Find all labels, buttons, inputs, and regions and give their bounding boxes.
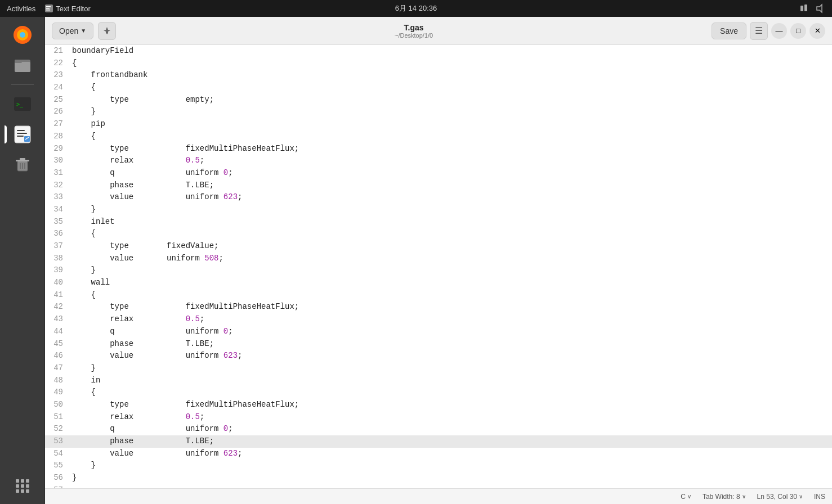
code-line: 42 type fixedMultiPhaseHeatFlux;: [45, 301, 832, 313]
line-number: 44: [45, 326, 72, 338]
app-name-label: Text Editor: [56, 4, 90, 13]
sidebar-app-texteditor[interactable]: [9, 121, 36, 148]
svg-rect-19: [24, 136, 30, 142]
line-number: 27: [45, 118, 72, 130]
line-number: 21: [45, 45, 72, 57]
ins-status: INS: [814, 493, 825, 501]
tab-width-status[interactable]: Tab Width: 8 ∨: [703, 493, 746, 501]
svg-rect-5: [804, 4, 807, 11]
code-line: 48 in: [45, 375, 832, 387]
system-datetime: 6月 14 20:36: [395, 4, 437, 12]
minimize-button[interactable]: —: [771, 23, 787, 39]
maximize-button[interactable]: □: [790, 23, 806, 39]
line-number: 31: [45, 167, 72, 179]
open-button[interactable]: Open ▼: [52, 22, 93, 39]
open-chevron-icon: ▼: [80, 28, 86, 34]
line-content: type fixedValue;: [72, 240, 832, 253]
line-content: {: [72, 130, 832, 143]
minimize-icon: —: [776, 26, 783, 35]
svg-rect-23: [20, 158, 25, 160]
line-number: 41: [45, 289, 72, 302]
titlebar-center: T.gas ~/Desktop/1/0: [120, 23, 707, 39]
line-content: }: [72, 106, 832, 118]
line-number: 29: [45, 143, 72, 155]
code-editor[interactable]: 21boundaryField22{23 frontandbank24 {25 …: [45, 45, 832, 488]
sidebar-app-trash[interactable]: [9, 151, 36, 178]
grid-dot: [26, 484, 29, 488]
line-content: boundaryField: [72, 45, 832, 57]
line-number: 45: [45, 338, 72, 350]
code-line: 40 wall: [45, 277, 832, 289]
line-number: 53: [45, 435, 72, 448]
grid-dot: [16, 479, 19, 483]
code-line: 49 {: [45, 386, 832, 399]
svg-rect-16: [17, 130, 25, 131]
code-line: 57: [45, 484, 832, 488]
line-content: }: [72, 472, 832, 484]
sidebar-bottom: [9, 472, 36, 500]
menu-button[interactable]: ☰: [750, 22, 768, 40]
line-content: type fixedMultiPhaseHeatFlux;: [72, 399, 832, 411]
pin-button[interactable]: [98, 22, 116, 40]
line-number: 33: [45, 191, 72, 204]
line-number: 48: [45, 375, 72, 387]
sidebar-app-terminal[interactable]: >_: [9, 91, 36, 118]
line-content: relax 0.5;: [72, 313, 832, 326]
line-content: }: [72, 362, 832, 375]
line-number: 38: [45, 253, 72, 265]
line-content: value uniform 508;: [72, 253, 832, 265]
language-status[interactable]: C ∨: [681, 493, 691, 501]
titlebar-right: Save ☰ — □ ✕: [712, 22, 825, 40]
code-line: 32 phase T.LBE;: [45, 179, 832, 192]
code-line: 38 value uniform 508;: [45, 253, 832, 265]
code-line: 54 value uniform 623;: [45, 448, 832, 460]
line-content: {: [72, 228, 832, 240]
line-content: [72, 484, 832, 488]
open-button-label: Open: [59, 26, 78, 35]
line-content: q uniform 0;: [72, 326, 832, 338]
code-line: 37 type fixedValue;: [45, 240, 832, 253]
code-line: 31 q uniform 0;: [45, 167, 832, 179]
line-content: type empty;: [72, 94, 832, 106]
code-line: 39 }: [45, 264, 832, 277]
line-content: {: [72, 289, 832, 302]
grid-dot: [21, 489, 24, 493]
status-bar: C ∨ Tab Width: 8 ∨ Ln 53, Col 30 ∨ INS: [45, 488, 832, 504]
code-line: 46 value uniform 623;: [45, 350, 832, 362]
line-content: }: [72, 264, 832, 277]
line-content: value uniform 623;: [72, 191, 832, 204]
line-number: 35: [45, 216, 72, 228]
grid-dot: [26, 479, 29, 483]
code-line: 43 relax 0.5;: [45, 313, 832, 326]
code-line: 55 }: [45, 460, 832, 472]
line-content: {: [72, 386, 832, 399]
line-number: 24: [45, 82, 72, 94]
code-line: 26 }: [45, 106, 832, 118]
code-line: 44 q uniform 0;: [45, 326, 832, 338]
main-window: >_: [0, 17, 832, 504]
line-content: }: [72, 204, 832, 216]
line-number: 37: [45, 240, 72, 253]
line-number: 34: [45, 204, 72, 216]
menu-icon: ☰: [755, 25, 763, 36]
code-line: 56}: [45, 472, 832, 484]
code-line: 30 relax 0.5;: [45, 155, 832, 167]
sidebar-app-files[interactable]: [9, 52, 36, 79]
text-editor-icon: [44, 4, 53, 13]
svg-text:>_: >_: [16, 101, 24, 108]
line-number: 56: [45, 472, 72, 484]
code-line: 47 }: [45, 362, 832, 375]
line-number: 36: [45, 228, 72, 240]
sidebar-app-grid[interactable]: [9, 472, 36, 500]
activities-button[interactable]: Activities: [7, 4, 35, 13]
cursor-pos-status[interactable]: Ln 53, Col 30 ∨: [757, 493, 803, 501]
grid-dot: [26, 489, 29, 493]
svg-rect-18: [17, 136, 24, 137]
language-label: C: [681, 493, 686, 501]
svg-rect-11: [15, 62, 30, 72]
line-number: 52: [45, 423, 72, 435]
close-button[interactable]: ✕: [809, 23, 825, 39]
line-content: pip: [72, 118, 832, 130]
sidebar-app-firefox[interactable]: [9, 21, 36, 48]
save-button[interactable]: Save: [712, 22, 746, 39]
